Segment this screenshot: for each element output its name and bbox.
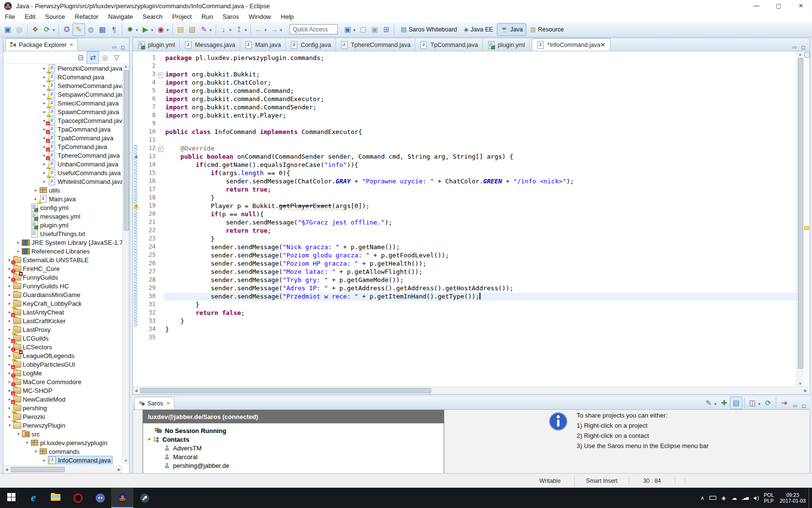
- tree-row[interactable]: ▸LastProxy: [3, 325, 129, 334]
- go-into-icon[interactable]: ↥: [233, 24, 245, 35]
- maximize-view-icon[interactable]: ◻: [118, 43, 127, 51]
- contact-row[interactable]: Marcoral: [143, 452, 444, 461]
- editor-tab[interactable]: Messages.java: [180, 39, 240, 51]
- view-menu-icon[interactable]: ▽: [111, 52, 122, 63]
- show-desktop-button[interactable]: [809, 488, 812, 508]
- coverage-icon[interactable]: ◉: [155, 24, 167, 35]
- tree-row[interactable]: ▸UsefulCommands.java: [3, 168, 129, 177]
- chevron-down-icon[interactable]: ▾: [15, 432, 22, 436]
- save-all-icon[interactable]: ▣: [369, 24, 380, 35]
- selected-tree-item[interactable]: InfoCommand.java: [48, 456, 113, 465]
- taskbar-app-discord[interactable]: [89, 488, 111, 508]
- chevron-right-icon[interactable]: ▸: [6, 318, 13, 323]
- chevron-right-icon[interactable]: ▸: [41, 66, 48, 71]
- add-contact-icon[interactable]: ✚: [718, 397, 730, 409]
- chevron-right-icon[interactable]: ▸: [32, 196, 39, 201]
- tree-row[interactable]: config.yml: [3, 203, 129, 212]
- taskbar-app-edge[interactable]: e: [22, 488, 44, 508]
- minimize-view-icon[interactable]: ▭: [110, 43, 118, 51]
- overview-header-icon[interactable]: [804, 52, 810, 58]
- network-icon[interactable]: ▁▃▅: [740, 496, 750, 500]
- go-into-dropdown-icon[interactable]: ▼: [244, 28, 248, 32]
- back-dropdown-icon[interactable]: ▼: [263, 28, 267, 32]
- chevron-down-icon[interactable]: ▾: [146, 437, 153, 442]
- new-window-dropdown-icon[interactable]: ▼: [352, 28, 356, 32]
- back-icon[interactable]: ←: [253, 24, 264, 35]
- chevron-down-icon[interactable]: ▾: [24, 440, 30, 445]
- close-button[interactable]: ✕: [790, 0, 812, 12]
- tree-row[interactable]: ▸WhitelistCommand.java: [3, 177, 129, 186]
- minimize-button[interactable]: —: [745, 0, 768, 12]
- volume-icon[interactable]: ◄): [750, 495, 761, 501]
- forward-icon[interactable]: →: [268, 24, 280, 35]
- menu-project[interactable]: Project: [167, 12, 196, 22]
- tree-row[interactable]: ▸×NewCastleMod: [3, 395, 129, 403]
- focus-icon[interactable]: ◎: [99, 52, 111, 63]
- tree-row[interactable]: UsefulThings.txt: [3, 229, 129, 238]
- tree-row[interactable]: ▸RCommand.java: [3, 73, 129, 81]
- tree-row[interactable]: ▸KeyCraft_LobbyPack: [3, 299, 129, 308]
- chevron-right-icon[interactable]: ▸: [41, 458, 48, 463]
- perspective-javaee[interactable]: ◈Java EE: [461, 24, 496, 35]
- clock[interactable]: 09:232017-01-03: [780, 492, 806, 504]
- taskbar-app-eclipse[interactable]: [111, 488, 133, 508]
- new-folder-icon[interactable]: ▤: [175, 24, 187, 35]
- snapshot-icon[interactable]: ◍: [85, 24, 97, 35]
- editor-tab[interactable]: TpCommand.java: [415, 39, 483, 51]
- contact-row[interactable]: pershing@jabber.de: [143, 461, 444, 470]
- saros-session-row[interactable]: No Session Running: [143, 426, 444, 435]
- chevron-right-icon[interactable]: ▸: [41, 101, 48, 105]
- tree-row[interactable]: ▸GuardiansMiniGame: [3, 290, 129, 299]
- search-icon[interactable]: ◎: [14, 24, 25, 35]
- editor-tab[interactable]: Config.java: [286, 39, 336, 51]
- editor-tab[interactable]: plugin.yml: [133, 39, 180, 51]
- tree-row[interactable]: ▸Main.java: [3, 194, 129, 203]
- explorer-vscrollbar[interactable]: ▲ ▼: [122, 63, 129, 464]
- tree-row[interactable]: ▾src: [3, 430, 129, 438]
- contact-list-icon[interactable]: ▤: [730, 397, 742, 409]
- tree-row[interactable]: messages.yml: [3, 212, 129, 221]
- leave-session-icon[interactable]: ⇥: [778, 397, 790, 409]
- run-dropdown-icon[interactable]: ▼: [150, 28, 154, 32]
- language-indicator[interactable]: POLPLP: [764, 492, 774, 504]
- tree-row[interactable]: ▸PierozkiCommand.java: [3, 64, 129, 73]
- menu-saros[interactable]: Saros: [218, 12, 244, 22]
- tree-row[interactable]: ▸×TpCommand.java: [3, 142, 129, 151]
- coverage-dropdown-icon[interactable]: ▼: [166, 28, 170, 32]
- contact-row[interactable]: AdversTM: [143, 444, 444, 452]
- debug-icon[interactable]: ✹: [124, 24, 136, 35]
- chevron-right-icon[interactable]: ▸: [6, 353, 13, 358]
- collapse-icon[interactable]: [158, 73, 163, 78]
- collapse-icon[interactable]: [158, 147, 163, 152]
- session-menu-icon[interactable]: ◫: [747, 397, 758, 409]
- show-whitespace-icon[interactable]: ¶: [108, 24, 120, 35]
- maximize-view-icon[interactable]: ◻: [799, 43, 808, 51]
- session-menu-dropdown-icon[interactable]: ▼: [757, 402, 761, 406]
- tree-row[interactable]: ▸×TpacceptCommand.java: [3, 116, 129, 125]
- link-with-editor-icon[interactable]: ⇄: [87, 51, 99, 64]
- tree-row[interactable]: ▸SethomeCommand.java: [3, 81, 129, 90]
- import-folder-icon[interactable]: ▤: [187, 24, 198, 35]
- tree-row[interactable]: ▸SmieciCommand.java: [3, 99, 129, 107]
- tree-row[interactable]: ▸!ExternalLib UNSTABLE: [3, 255, 129, 264]
- open-perspective-icon[interactable]: ⊞: [380, 24, 392, 35]
- editor-vscrollbar[interactable]: ▲ ▼: [797, 51, 803, 387]
- chevron-right-icon[interactable]: ▸: [41, 75, 48, 79]
- editor-tab[interactable]: plugin.yml: [483, 39, 530, 51]
- maximize-view-icon[interactable]: ◻: [799, 402, 808, 409]
- minimize-view-icon[interactable]: ▭: [791, 402, 799, 409]
- chevron-right-icon[interactable]: ▸: [6, 301, 13, 306]
- menu-file[interactable]: File: [0, 12, 20, 22]
- connect-dropdown-icon[interactable]: ▼: [713, 402, 717, 406]
- forward-dropdown-icon[interactable]: ▼: [279, 28, 283, 32]
- chevron-right-icon[interactable]: ▸: [41, 162, 48, 166]
- tree-row[interactable]: ▸×MC-SHOP: [3, 386, 129, 395]
- editor-tab[interactable]: Main.java: [240, 39, 286, 51]
- tree-row[interactable]: ▾pl.luxdev.pierwszyplugin: [3, 438, 129, 447]
- last-edit-location-dropdown-icon[interactable]: ▼: [229, 28, 232, 32]
- tray-chevron-icon[interactable]: ∧: [697, 495, 708, 501]
- open-type-icon[interactable]: ❖: [29, 24, 41, 35]
- menu-run[interactable]: Run: [197, 12, 218, 22]
- editor-tab[interactable]: *InfoCommand.java✕: [532, 38, 610, 51]
- debug-dropdown-icon[interactable]: ▼: [135, 28, 139, 32]
